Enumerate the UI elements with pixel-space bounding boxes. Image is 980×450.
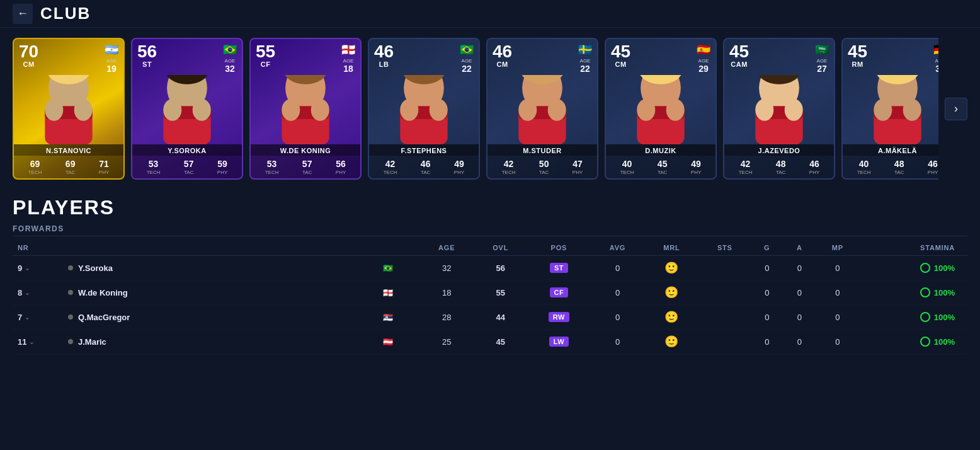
stamina-pct-0: 100% [934, 263, 955, 273]
card-flag-stanovic: 🇦🇷 [105, 43, 118, 57]
table-row[interactable]: 7 ⌄ Q.MacGregor 🇷🇸 28 44 RW 0 🙂 0 0 0 10… [13, 305, 967, 330]
player-dot-1 [68, 290, 73, 295]
cell-pos-3: LW [527, 330, 591, 354]
cell-mrl-3: 🙂 [644, 330, 699, 354]
cell-name-1: W.de Koning [63, 280, 378, 305]
cell-name-3: J.Maric [63, 330, 378, 354]
svg-point-10 [163, 99, 181, 121]
col-mrl: MRL [644, 240, 699, 256]
card-phy-stephens: 49 [454, 159, 464, 169]
player-card-makela[interactable]: 45 RM 🇩🇪 AGE 31 A.MÄKELÄ 40 TECH [841, 38, 938, 180]
players-title: PLAYERS [13, 196, 967, 219]
card-pos-makela: RM [852, 61, 863, 68]
card-rating-stephens: 46 [374, 43, 394, 61]
card-pos-stanovic: CM [23, 61, 35, 68]
players-table: NR AGE OVL POS AVG MRL STS G A MP STAMIN… [13, 240, 967, 354]
card-phy-makela: 46 [928, 159, 938, 169]
card-tac-stephens: 46 [421, 159, 431, 169]
card-rating-stanovic: 70 [19, 43, 38, 61]
player-name-3: J.Maric [78, 337, 106, 347]
svg-point-46 [874, 99, 892, 121]
card-age-azevedo: 27 [817, 64, 827, 74]
cell-age-0: 32 [419, 256, 474, 280]
card-flag-stephens: 🇧🇷 [460, 43, 474, 57]
cell-pos-0: ST [527, 256, 591, 280]
card-tac-studer: 50 [539, 159, 549, 169]
card-tac-muzik: 45 [658, 159, 668, 169]
stamina-circle-2 [920, 312, 930, 322]
card-tech-makela: 40 [859, 159, 869, 169]
card-tech-stephens: 42 [385, 159, 396, 169]
pos-badge-2: RW [549, 312, 569, 322]
player-card-azevedo[interactable]: 45 CAM 🇸🇦 AGE 27 J.AZEVEDO 42 TECH [723, 38, 835, 180]
cell-pos-2: RW [527, 305, 591, 330]
card-tac-azevedo: 48 [776, 159, 786, 169]
cell-stamina-1: 100% [860, 280, 967, 305]
player-dot-3 [68, 339, 73, 344]
player-card-studer[interactable]: 46 CM 🇸🇪 AGE 22 M.STUDER 42 TECH [486, 38, 598, 180]
card-name-stanovic: N.STANOVIC [14, 144, 123, 156]
pos-badge-0: ST [550, 263, 568, 273]
cell-avg-3: 0 [591, 330, 644, 354]
cell-mp-3: 0 [816, 330, 860, 354]
col-a: A [783, 240, 816, 256]
cards-wrapper: 70 CM 🇦🇷 AGE 19 N.STANOVIC 69 TECH [13, 38, 938, 180]
card-flag-studer: 🇸🇪 [578, 43, 592, 57]
stamina-circle-0 [920, 263, 930, 273]
card-tac-de_koning: 57 [302, 159, 312, 169]
cell-age-1: 18 [419, 280, 474, 305]
svg-point-40 [755, 99, 773, 121]
cell-ovl-1: 55 [474, 280, 527, 305]
row-dropdown-3[interactable]: ⌄ [29, 338, 34, 345]
cell-avg-1: 0 [591, 280, 644, 305]
card-pos-soroka: ST [142, 61, 152, 68]
svg-point-23 [430, 99, 448, 121]
cell-nr-1: 8 ⌄ [13, 280, 63, 305]
cell-flag-1: 🏴󠁧󠁢󠁥󠁮󠁧󠁿 [378, 280, 419, 305]
row-nr-0: 9 [18, 263, 22, 273]
svg-point-17 [311, 99, 329, 121]
card-rating-makela: 45 [848, 43, 867, 61]
player-card-soroka[interactable]: 56 ST 🇧🇷 AGE 32 Y.SOROKA 53 TECH [131, 38, 243, 180]
row-dropdown-1[interactable]: ⌄ [25, 289, 30, 296]
card-flag-azevedo: 🇸🇦 [815, 43, 829, 57]
card-portrait-muzik [606, 75, 715, 144]
row-dropdown-0[interactable]: ⌄ [25, 265, 30, 272]
cell-sts-3 [699, 330, 751, 354]
svg-point-34 [637, 99, 655, 121]
scroll-right-arrow[interactable]: › [945, 98, 967, 120]
col-g: G [751, 240, 783, 256]
card-tech-soroka: 53 [149, 159, 159, 169]
col-ovl: OVL [474, 240, 527, 256]
col-mp: MP [816, 240, 860, 256]
cell-mp-0: 0 [816, 256, 860, 280]
player-card-stanovic[interactable]: 70 CM 🇦🇷 AGE 19 N.STANOVIC 69 TECH [13, 38, 125, 180]
card-portrait-studer [487, 75, 597, 144]
card-age-muzik: 29 [698, 64, 709, 74]
card-phy-studer: 47 [573, 159, 583, 169]
back-button[interactable]: ← [13, 4, 33, 24]
svg-point-11 [193, 99, 211, 121]
table-row[interactable]: 8 ⌄ W.de Koning 🏴󠁧󠁢󠁥󠁮󠁧󠁿 18 55 CF 0 🙂 0 0… [13, 280, 967, 305]
svg-point-41 [785, 99, 803, 121]
card-name-muzik: D.MUZIK [606, 144, 715, 156]
row-dropdown-2[interactable]: ⌄ [25, 314, 30, 321]
stamina-circle-1 [920, 287, 930, 297]
card-age-soroka: 32 [225, 64, 235, 74]
player-card-de_koning[interactable]: 55 CF 🏴󠁧󠁢󠁥󠁮󠁧󠁿 AGE 18 W.DE KONING 53 [249, 38, 362, 180]
player-card-muzik[interactable]: 45 CM 🇪🇸 AGE 29 D.MUZIK 40 TECH [605, 38, 717, 180]
cell-sts-2 [699, 305, 751, 330]
card-flag-muzik: 🇪🇸 [697, 43, 710, 57]
card-tech-azevedo: 42 [741, 159, 751, 169]
row-nr-1: 8 [18, 288, 22, 297]
player-card-stephens[interactable]: 46 LB 🇧🇷 AGE 22 F.STEPHENS 42 TECH [368, 38, 480, 180]
col-stamina: STAMINA [860, 240, 967, 256]
cell-stamina-0: 100% [860, 256, 967, 280]
card-phy-de_koning: 56 [336, 159, 346, 169]
card-name-makela: A.MÄKELÄ [843, 144, 938, 156]
card-phy-azevedo: 46 [809, 159, 819, 169]
card-pos-de_koning: CF [261, 61, 271, 68]
table-row[interactable]: 11 ⌄ J.Maric 🇦🇹 25 45 LW 0 🙂 0 0 0 100% [13, 330, 967, 354]
cell-g-1: 0 [751, 280, 783, 305]
table-row[interactable]: 9 ⌄ Y.Soroka 🇧🇷 32 56 ST 0 🙂 0 0 0 100% [13, 256, 967, 280]
